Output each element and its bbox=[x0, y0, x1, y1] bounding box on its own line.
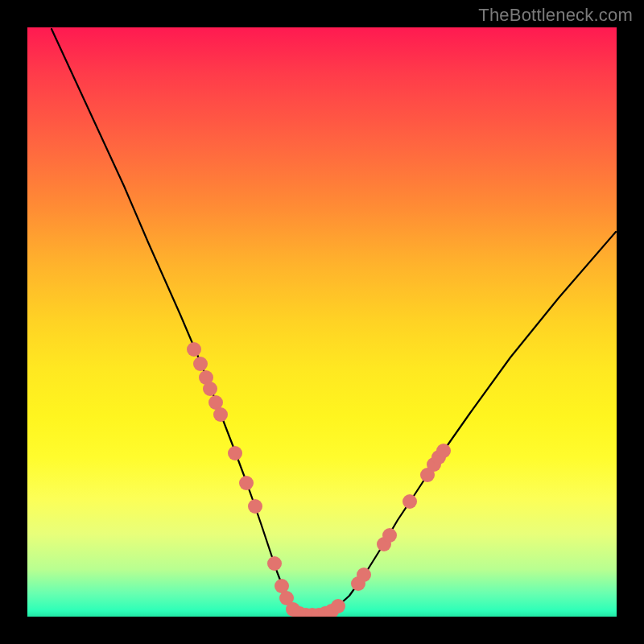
data-point bbox=[239, 476, 254, 490]
marker-dots bbox=[187, 342, 451, 617]
data-point bbox=[436, 444, 451, 458]
data-point bbox=[228, 446, 242, 460]
watermark-text: TheBottleneck.com bbox=[478, 5, 633, 26]
data-point bbox=[248, 499, 262, 514]
data-point bbox=[213, 407, 228, 422]
data-point bbox=[357, 568, 371, 582]
data-point bbox=[267, 556, 282, 571]
plot-area bbox=[27, 27, 617, 617]
data-point bbox=[193, 357, 208, 371]
bottleneck-curve bbox=[52, 29, 616, 615]
data-point bbox=[187, 342, 201, 357]
data-point bbox=[402, 494, 417, 509]
data-point bbox=[382, 528, 397, 543]
chart-frame: TheBottleneck.com bbox=[0, 0, 644, 644]
data-point bbox=[331, 599, 345, 613]
data-point bbox=[203, 382, 217, 396]
chart-svg bbox=[27, 27, 617, 617]
